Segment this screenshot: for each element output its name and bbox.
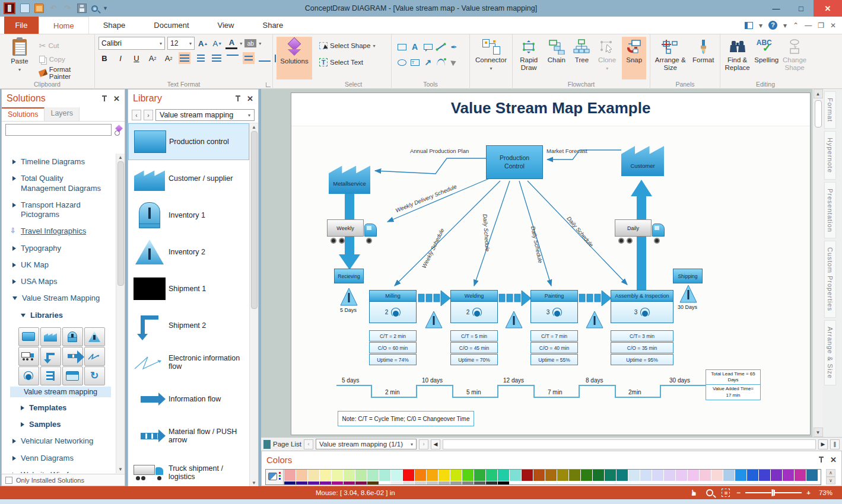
color-swatch[interactable] <box>427 470 438 481</box>
color-swatch[interactable] <box>332 481 343 485</box>
color-swatch[interactable] <box>462 481 474 485</box>
document-page[interactable]: Value Stream Map Example <box>291 92 811 435</box>
color-swatch[interactable] <box>308 470 319 481</box>
scroll-down-icon[interactable]: ▼ <box>814 428 823 437</box>
grid-inventory-triangle-icon[interactable] <box>84 327 105 346</box>
new-document-icon[interactable] <box>20 4 30 13</box>
color-swatch[interactable] <box>700 470 711 481</box>
hscroll-left-icon[interactable]: ◀ <box>431 439 440 449</box>
expand-icon[interactable] <box>12 473 16 473</box>
colors-scrollbar[interactable]: ∧ ∨ <box>826 469 839 485</box>
tab-arrange-size[interactable]: Arrange & Size <box>824 320 836 385</box>
color-swatch[interactable] <box>569 470 580 481</box>
color-swatch[interactable] <box>545 470 557 481</box>
color-swatch[interactable] <box>711 470 723 481</box>
tab-home[interactable]: Home <box>39 17 89 34</box>
color-swatch[interactable] <box>759 470 770 481</box>
maximize-button[interactable]: □ <box>789 0 814 17</box>
tab-presentation[interactable]: Presentation <box>824 182 836 239</box>
color-swatch[interactable] <box>296 481 307 485</box>
change-shape-button[interactable]: Change Shape <box>782 37 807 79</box>
color-swatch[interactable] <box>593 470 604 481</box>
library-back-button[interactable]: ‹ <box>132 110 141 120</box>
zoom-slider[interactable] <box>745 492 802 493</box>
color-swatch[interactable] <box>450 470 462 481</box>
prev-page-button[interactable]: ‹ <box>304 439 313 449</box>
tab-custom-properties[interactable]: Custom Properties <box>824 241 836 318</box>
sidebar-item-website-wireframe[interactable]: Website Wireframe <box>2 467 116 473</box>
library-item-inventory-2[interactable]: Inventory 2 <box>128 234 249 270</box>
color-swatch[interactable] <box>522 470 533 481</box>
color-swatch[interactable] <box>415 470 426 481</box>
color-swatch[interactable] <box>723 470 735 481</box>
library-item-customer-supplier[interactable]: Customer / supplier <box>128 160 249 197</box>
close-panel-icon[interactable]: ✕ <box>830 455 837 464</box>
textbox-tool-icon[interactable]: T <box>411 59 420 66</box>
layers-tab[interactable]: Layers <box>45 107 80 121</box>
library-item-electronic-flow[interactable]: Electronic information flow <box>128 344 249 381</box>
color-swatch[interactable] <box>486 470 497 481</box>
chain-button[interactable]: Chain <box>545 37 568 79</box>
ellipse-tool-icon[interactable] <box>398 59 406 66</box>
color-swatch[interactable] <box>439 470 450 481</box>
line-tool-icon[interactable] <box>437 44 445 50</box>
pan-tool-icon[interactable]: ☛ <box>689 489 698 497</box>
color-swatch[interactable] <box>628 470 640 481</box>
expand-icon[interactable] <box>12 203 16 208</box>
grid-list-icon[interactable] <box>40 366 61 385</box>
receiving-box[interactable]: Recieving <box>334 269 364 283</box>
color-swatch[interactable] <box>439 481 450 485</box>
grid-corner-arrow-icon[interactable] <box>40 347 61 366</box>
valign-top-button[interactable] <box>227 55 239 62</box>
solutions-search-input[interactable] <box>5 124 112 136</box>
color-swatch[interactable] <box>806 470 818 481</box>
color-swatch[interactable] <box>308 481 319 485</box>
color-swatch[interactable] <box>676 470 687 481</box>
open-icon[interactable] <box>34 4 44 13</box>
grid-truck-icon[interactable] <box>18 347 39 366</box>
color-swatch[interactable] <box>367 470 379 481</box>
align-left-button[interactable] <box>179 52 190 64</box>
color-swatch[interactable] <box>474 481 485 485</box>
color-swatch[interactable] <box>379 470 390 481</box>
grid-frame-icon[interactable] <box>62 366 83 385</box>
color-swatch[interactable] <box>284 481 296 485</box>
scroll-up-icon[interactable]: ▲ <box>814 89 823 98</box>
snap-button[interactable]: Snap <box>622 37 646 79</box>
rapid-draw-button[interactable]: Rapid Draw <box>516 37 541 79</box>
tab-hypernote[interactable]: Hypernote <box>824 131 836 180</box>
align-center-button[interactable] <box>195 52 206 64</box>
redo-icon[interactable]: ↷ <box>63 4 72 13</box>
doc-minimize-icon[interactable]: — <box>805 21 812 30</box>
spelling-button[interactable]: ABC✓ Spelling <box>754 37 779 79</box>
close-panel-icon[interactable]: ✕ <box>113 94 120 103</box>
process-welding[interactable]: Welding 2 C/T = 5 min C/O = 45 min Uptim… <box>450 290 498 366</box>
highlight-caret[interactable]: ▾ <box>259 41 261 46</box>
font-color-button[interactable]: A <box>225 37 237 49</box>
panel-layout-caret[interactable]: ▾ <box>759 21 762 30</box>
only-installed-checkbox[interactable] <box>5 477 12 484</box>
color-swatch[interactable] <box>332 470 343 481</box>
color-swatch[interactable] <box>462 470 474 481</box>
grid-inventory-dome-icon[interactable] <box>62 327 83 346</box>
canvas-hscrollbar[interactable] <box>443 439 816 449</box>
text-tool-icon[interactable]: A <box>412 42 418 52</box>
grid-zigzag-arrow-icon[interactable] <box>84 347 105 366</box>
value-added-time-box[interactable]: Value Added Time= 17 min <box>706 384 761 400</box>
color-swatch[interactable] <box>664 470 675 481</box>
valign-middle-button[interactable] <box>243 52 255 64</box>
grow-font-button[interactable]: A▲ <box>197 37 209 49</box>
format-panel-button[interactable]: Format <box>690 37 716 79</box>
sidebar-item-typography[interactable]: Typography <box>2 240 116 257</box>
color-swatch[interactable] <box>783 470 794 481</box>
grid-rectangle-icon[interactable] <box>18 327 39 346</box>
library-item-inventory-1[interactable]: Inventory 1 <box>128 197 249 234</box>
sidebar-item-samples[interactable]: Samples <box>2 416 116 433</box>
sidebar-item-templates[interactable]: Templates <box>2 400 116 416</box>
tab-file[interactable]: File <box>4 17 39 34</box>
zoom-in-icon[interactable]: + <box>806 489 811 496</box>
grid-factory-icon[interactable] <box>40 327 61 346</box>
color-swatch[interactable] <box>688 470 699 481</box>
grid-loop-arrow-icon[interactable]: ↻ <box>84 366 105 385</box>
callout-tool-icon[interactable] <box>424 44 433 50</box>
